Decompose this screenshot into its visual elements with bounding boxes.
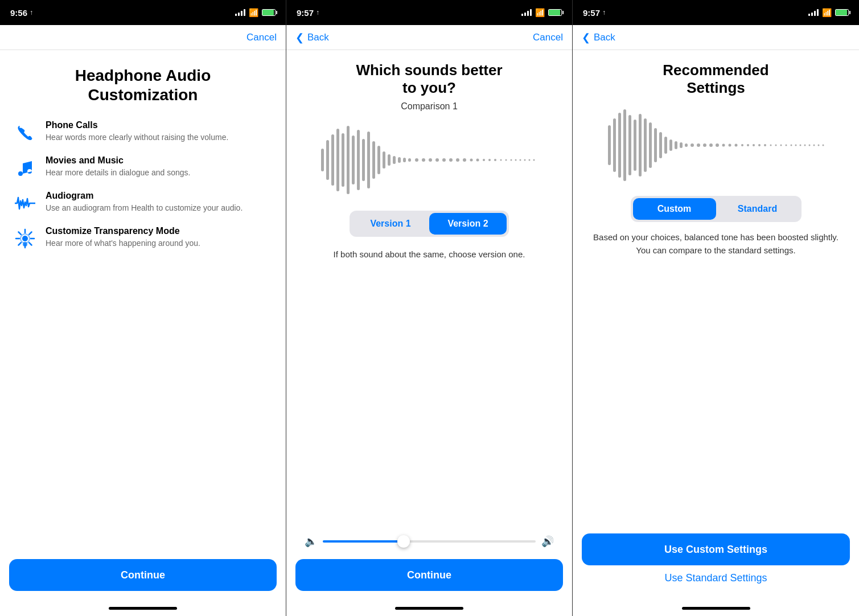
svg-point-32 (435, 158, 439, 162)
feature-transparency: Customize Transparency Mode Hear more of… (14, 226, 272, 250)
svg-rect-62 (669, 139, 672, 151)
screen1-status-bar: 9:56 ↑ 📶 (0, 0, 286, 25)
transparency-heading: Customize Transparency Mode (46, 226, 200, 236)
cancel-button[interactable]: Cancel (246, 32, 277, 43)
screen2-cancel-button[interactable]: Cancel (533, 32, 563, 43)
version1-button[interactable]: Version 1 (352, 213, 429, 235)
svg-rect-21 (372, 141, 375, 179)
svg-line-6 (29, 243, 31, 245)
svg-point-44 (511, 159, 512, 161)
screen1-time: 9:56 ↑ (10, 8, 33, 18)
use-custom-settings-button[interactable]: Use Custom Settings (582, 533, 850, 565)
screen2-home-indicator (286, 600, 572, 616)
screen2-back-button[interactable]: ❮ Back (295, 31, 329, 44)
svg-rect-24 (388, 154, 391, 166)
standard-button[interactable]: Standard (716, 198, 799, 220)
svg-point-85 (799, 145, 801, 146)
svg-point-72 (728, 144, 731, 147)
svg-point-34 (449, 158, 453, 162)
volume-low-icon: 🔈 (305, 535, 317, 548)
svg-point-90 (822, 145, 824, 146)
svg-point-84 (795, 145, 796, 146)
screen2-status-icons: 📶 (521, 8, 562, 17)
svg-rect-63 (675, 141, 677, 149)
svg-point-49 (533, 159, 535, 161)
feature-phone-calls: Phone Calls Hear words more clearly with… (14, 120, 272, 144)
location-icon3: ↑ (602, 9, 606, 17)
wifi-icon: 📶 (249, 8, 258, 17)
location-icon2: ↑ (316, 9, 319, 17)
svg-point-33 (442, 158, 446, 162)
signal-icon2 (521, 9, 532, 16)
svg-point-42 (500, 159, 502, 161)
screen3-navbar: ❮ Back (573, 25, 859, 50)
use-standard-settings-button[interactable]: Use Standard Settings (664, 572, 767, 584)
audiogram-heading: Audiogram (46, 191, 243, 201)
home-bar2 (395, 607, 463, 610)
screen1-title: Headphone AudioCustomization (14, 66, 272, 104)
music-icon (14, 157, 36, 179)
svg-rect-53 (623, 109, 626, 181)
feature-list: Phone Calls Hear words more clearly with… (14, 120, 272, 250)
svg-rect-56 (639, 114, 642, 176)
screen2-navbar: ❮ Back Cancel (286, 25, 572, 50)
hint-text: If both sound about the same, choose ver… (334, 248, 525, 260)
svg-rect-16 (347, 126, 350, 194)
screen2-title: Which sounds betterto you? (356, 61, 502, 97)
volume-slider[interactable] (323, 540, 536, 543)
battery-icon2 (548, 9, 562, 16)
svg-point-43 (505, 159, 507, 161)
svg-point-31 (429, 158, 432, 162)
screen1-continue-button[interactable]: Continue (9, 559, 277, 591)
screens-container: 9:56 ↑ 📶 Cancel Headphone AudioCustom (0, 0, 859, 616)
screen1-home-indicator (0, 600, 286, 616)
svg-point-37 (470, 159, 473, 162)
svg-point-81 (780, 145, 782, 146)
phone-calls-heading: Phone Calls (46, 120, 228, 130)
svg-point-78 (764, 144, 766, 146)
svg-rect-19 (362, 139, 365, 181)
svg-rect-20 (367, 132, 370, 188)
svg-point-41 (494, 159, 496, 161)
svg-rect-51 (613, 118, 616, 172)
svg-rect-22 (377, 146, 380, 174)
svg-point-47 (524, 159, 526, 161)
screen1-status-icons: 📶 (235, 8, 276, 17)
screen3-status-bar: 9:57 ↑ 📶 (573, 0, 859, 25)
screen2-time: 9:57 ↑ (297, 8, 319, 18)
screen3-status-icons: 📶 (808, 8, 849, 17)
custom-standard-toggle: Custom Standard (631, 196, 802, 222)
feature-audiogram: Audiogram Use an audiogram from Health t… (14, 191, 272, 215)
chevron-icon3: ❮ (582, 31, 590, 44)
screen2: 9:57 ↑ 📶 ❮ Back Cancel (286, 0, 573, 616)
svg-rect-17 (352, 135, 355, 184)
home-bar3 (682, 607, 750, 610)
screen2-content: Which sounds betterto you? Comparison 1 (286, 50, 572, 559)
custom-button[interactable]: Custom (633, 198, 716, 220)
version2-button[interactable]: Version 2 (429, 213, 507, 235)
svg-point-89 (817, 145, 819, 146)
svg-rect-27 (403, 158, 406, 162)
wifi-icon3: 📶 (822, 8, 832, 17)
signal-icon (235, 9, 245, 16)
chevron-icon: ❮ (295, 31, 304, 44)
svg-rect-61 (664, 137, 667, 154)
svg-point-80 (775, 145, 776, 146)
volume-fill (323, 540, 408, 543)
screen2-status-bar: 9:57 ↑ 📶 (286, 0, 572, 25)
svg-rect-64 (680, 142, 683, 148)
screen3-back-button[interactable]: ❮ Back (582, 31, 615, 44)
svg-point-36 (463, 158, 466, 162)
svg-point-67 (697, 143, 700, 147)
waveform3-container (586, 108, 845, 182)
phone-icon (14, 121, 36, 144)
svg-point-69 (709, 143, 713, 147)
screen3-home-indicator (573, 600, 859, 616)
svg-rect-59 (654, 128, 657, 162)
transparency-desc: Hear more of what's happening around you… (46, 238, 200, 249)
screen1: 9:56 ↑ 📶 Cancel Headphone AudioCustom (0, 0, 286, 616)
home-bar (109, 607, 177, 610)
svg-rect-13 (331, 134, 334, 186)
phone-calls-desc: Hear words more clearly without raising … (46, 132, 228, 143)
screen2-continue-button[interactable]: Continue (295, 559, 563, 591)
